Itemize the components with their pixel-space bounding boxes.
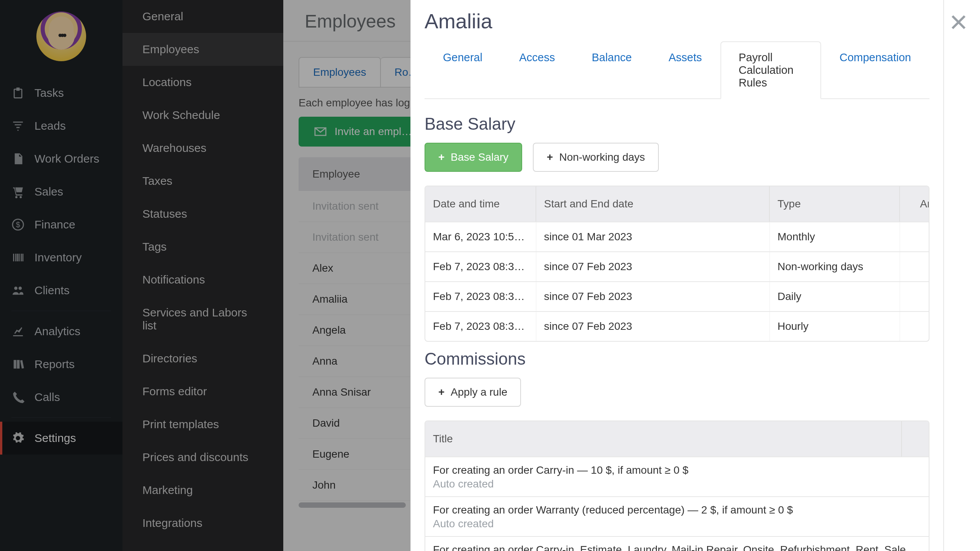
cell-datetime: Mar 6, 2023 10:54 … — [425, 222, 536, 251]
cell-datetime: Feb 7, 2023 08:36 … — [425, 312, 536, 341]
commissions-table: Title For creating an order Carry-in — 1… — [425, 421, 929, 551]
cell-amount: 1 500 — [900, 222, 929, 251]
cell-type: Non-working days — [770, 252, 900, 281]
tab-compensation[interactable]: Compensation — [821, 41, 929, 99]
commission-subtitle: Auto created — [433, 518, 921, 530]
cell-datetime: Feb 7, 2023 08:36 … — [425, 252, 536, 281]
commission-title: For creating an order Carry-in — 10 $, i… — [433, 464, 921, 476]
salary-row[interactable]: Feb 7, 2023 08:36 …since 07 Feb 2023Hour… — [425, 311, 929, 341]
tab-payroll-calculation-rules[interactable]: Payroll Calculation Rules — [720, 41, 822, 99]
apply-rule-button[interactable]: + Apply a rule — [425, 378, 521, 407]
cell-range: since 01 Mar 2023 — [536, 222, 770, 251]
commission-row[interactable]: For creating an order Warranty (reduced … — [425, 496, 929, 536]
non-working-days-label: Non-working days — [559, 151, 645, 163]
employee-detail-panel: Amaliia GeneralAccessBalanceAssetsPayrol… — [410, 0, 980, 551]
close-icon[interactable] — [949, 13, 968, 31]
cell-range: since 07 Feb 2023 — [536, 252, 770, 281]
commission-title: For creating an order Carry-in, Estimate… — [433, 544, 921, 551]
col-actions — [902, 421, 929, 456]
panel-title: Amaliia — [425, 0, 929, 41]
col-range: Start and End date — [536, 186, 770, 222]
cell-datetime: Feb 7, 2023 08:36 … — [425, 282, 536, 311]
cell-amount: 50 — [900, 282, 929, 311]
salary-row[interactable]: Feb 7, 2023 08:36 …since 07 Feb 2023Dail… — [425, 281, 929, 311]
salary-row[interactable]: Mar 6, 2023 10:54 …since 01 Mar 2023Mont… — [425, 222, 929, 251]
col-title: Title — [425, 421, 902, 456]
col-date-time: Date and time — [425, 186, 536, 222]
cell-type: Monthly — [770, 222, 900, 251]
base-salary-actions: + Base Salary + Non-working days — [425, 143, 929, 172]
cell-type: Hourly — [770, 312, 900, 341]
salary-table: Date and time Start and End date Type Am… — [425, 186, 929, 342]
cell-amount: 7 — [900, 312, 929, 341]
commission-title: For creating an order Warranty (reduced … — [433, 504, 921, 516]
base-salary-heading: Base Salary — [425, 107, 929, 143]
commission-subtitle: Auto created — [433, 478, 921, 490]
plus-icon: + — [438, 386, 444, 398]
commissions-actions: + Apply a rule — [425, 378, 929, 407]
apply-rule-label: Apply a rule — [451, 386, 507, 398]
tab-general[interactable]: General — [425, 41, 501, 99]
non-working-days-button[interactable]: + Non-working days — [533, 143, 658, 172]
panel-tabs: GeneralAccessBalanceAssetsPayroll Calcul… — [425, 41, 929, 99]
plus-icon: + — [438, 151, 444, 163]
col-amount: Amount, $ — [900, 186, 929, 222]
tab-assets[interactable]: Assets — [650, 41, 720, 99]
salary-row[interactable]: Feb 7, 2023 08:36 …since 07 Feb 2023Non-… — [425, 251, 929, 281]
commissions-heading: Commissions — [425, 342, 929, 378]
salary-table-header: Date and time Start and End date Type Am… — [425, 186, 929, 222]
commission-row[interactable]: For creating an order Carry-in — 10 $, i… — [425, 456, 929, 496]
commissions-table-header: Title — [425, 421, 929, 456]
cell-amount: — — [900, 252, 929, 281]
cell-range: since 07 Feb 2023 — [536, 282, 770, 311]
cell-range: since 07 Feb 2023 — [536, 312, 770, 341]
commission-row[interactable]: For creating an order Carry-in, Estimate… — [425, 536, 929, 551]
add-base-salary-label: Base Salary — [451, 151, 508, 163]
plus-icon: + — [547, 151, 553, 163]
col-type: Type — [770, 186, 900, 222]
tab-access[interactable]: Access — [501, 41, 573, 99]
cell-type: Daily — [770, 282, 900, 311]
add-base-salary-button[interactable]: + Base Salary — [425, 143, 522, 172]
tab-balance[interactable]: Balance — [573, 41, 650, 99]
